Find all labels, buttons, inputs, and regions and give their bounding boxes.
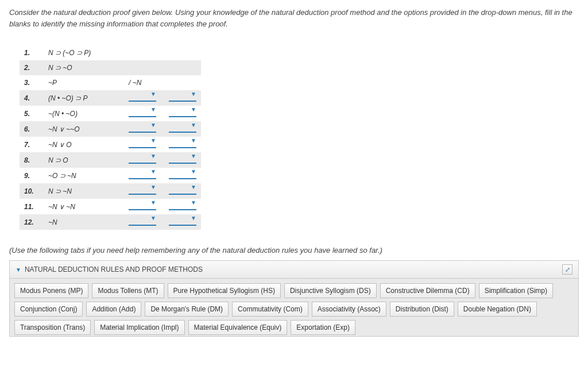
rule-tab[interactable]: Disjunctive Syllogism (DS) xyxy=(284,283,377,298)
proof-row: 1.N ⊃ (~O ⊃ P) xyxy=(20,45,201,60)
row-rule-cell xyxy=(164,60,201,75)
row-number: 7. xyxy=(20,137,44,152)
rule-tab[interactable]: Exportation (Exp) xyxy=(291,320,355,335)
row-rule-cell xyxy=(164,214,201,230)
row-number: 10. xyxy=(20,183,44,199)
row-formula: ~(N • ~O) xyxy=(44,106,124,121)
proof-row: 2.N ⊃ ~O xyxy=(20,60,201,75)
proof-row: 6.~N ∨ ~~O xyxy=(20,121,201,137)
row-formula: ~N ∨ ~~O xyxy=(44,121,124,137)
row-rule-cell xyxy=(164,106,201,121)
rule-tab[interactable]: Double Negation (DN) xyxy=(458,302,537,317)
justification-rule-dropdown[interactable] xyxy=(169,92,196,102)
rules-accordion: ▼ NATURAL DEDUCTION RULES AND PROOF METH… xyxy=(9,260,579,337)
rule-tab[interactable]: Constructive Dilemma (CD) xyxy=(380,283,475,298)
rules-body: Modus Ponens (MP)Modus Tollens (MT)Pure … xyxy=(10,279,578,336)
row-conclusion xyxy=(124,45,164,60)
justification-rule-dropdown[interactable] xyxy=(169,201,196,210)
hint-text: (Use the following tabs if you need help… xyxy=(9,246,579,255)
row-rule-cell xyxy=(164,45,201,60)
rule-tab[interactable]: Addition (Add) xyxy=(86,302,141,317)
justification-line-dropdown[interactable] xyxy=(129,201,156,210)
row-formula: (N • ~O) ⊃ P xyxy=(44,90,124,106)
justification-line-dropdown[interactable] xyxy=(129,124,156,133)
row-rule-cell xyxy=(164,75,201,90)
justification-line-dropdown[interactable] xyxy=(129,92,156,102)
row-number: 3. xyxy=(20,75,44,90)
row-conclusion xyxy=(124,183,164,199)
proof-row: 12.~N xyxy=(20,214,201,230)
justification-rule-dropdown[interactable] xyxy=(169,108,196,117)
rule-tab[interactable]: Simplification (Simp) xyxy=(479,283,553,298)
row-conclusion xyxy=(124,199,164,214)
rule-tab[interactable]: Material Equivalence (Equiv) xyxy=(188,320,288,335)
pin-button[interactable]: ⤢ xyxy=(562,264,572,275)
row-formula: N ⊃ ~N xyxy=(44,183,124,199)
justification-line-dropdown[interactable] xyxy=(129,186,156,195)
rule-tab[interactable]: Associativity (Assoc) xyxy=(312,302,386,317)
rule-tab[interactable]: De Morgan's Rule (DM) xyxy=(145,302,229,317)
proof-row: 10.N ⊃ ~N xyxy=(20,183,201,199)
row-number: 1. xyxy=(20,45,44,60)
rule-tab[interactable]: Modus Ponens (MP) xyxy=(14,283,88,298)
proof-row: 3.~P/ ~N xyxy=(20,75,201,90)
proof-row: 9.~O ⊃ ~N xyxy=(20,168,201,183)
row-conclusion xyxy=(124,60,164,75)
row-number: 11. xyxy=(20,199,44,214)
justification-line-dropdown[interactable] xyxy=(129,108,156,117)
rule-tab[interactable]: Pure Hypothetical Syllogism (HS) xyxy=(168,283,281,298)
rule-tab[interactable]: Commutativity (Com) xyxy=(232,302,308,317)
proof-table: 1.N ⊃ (~O ⊃ P)2.N ⊃ ~O3.~P/ ~N4.(N • ~O)… xyxy=(20,45,201,230)
proof-row: 7.~N ∨ O xyxy=(20,137,201,152)
accordion-header[interactable]: ▼ NATURAL DEDUCTION RULES AND PROOF METH… xyxy=(10,261,578,279)
rule-tab[interactable]: Conjunction (Conj) xyxy=(14,302,83,317)
row-formula: ~N ∨ ~N xyxy=(44,199,124,214)
proof-row: 5.~(N • ~O) xyxy=(20,106,201,121)
row-formula: N ⊃ (~O ⊃ P) xyxy=(44,45,124,60)
row-conclusion xyxy=(124,137,164,152)
justification-rule-dropdown[interactable] xyxy=(169,155,196,164)
chevron-down-icon: ▼ xyxy=(16,267,21,273)
row-formula: ~O ⊃ ~N xyxy=(44,168,124,183)
rule-tab[interactable]: Material Implication (Impl) xyxy=(94,320,184,335)
row-number: 6. xyxy=(20,121,44,137)
rule-tab[interactable]: Transposition (Trans) xyxy=(14,320,91,335)
row-conclusion xyxy=(124,121,164,137)
row-rule-cell xyxy=(164,137,201,152)
row-rule-cell xyxy=(164,152,201,168)
proof-row: 8.N ⊃ O xyxy=(20,152,201,168)
row-number: 4. xyxy=(20,90,44,106)
justification-rule-dropdown[interactable] xyxy=(169,170,196,179)
row-rule-cell xyxy=(164,121,201,137)
justification-rule-dropdown[interactable] xyxy=(169,124,196,133)
row-conclusion: / ~N xyxy=(124,75,164,90)
row-rule-cell xyxy=(164,168,201,183)
row-conclusion xyxy=(124,214,164,230)
justification-line-dropdown[interactable] xyxy=(129,139,156,148)
proof-row: 11.~N ∨ ~N xyxy=(20,199,201,214)
row-number: 5. xyxy=(20,106,44,121)
accordion-title: NATURAL DEDUCTION RULES AND PROOF METHOD… xyxy=(25,265,203,273)
justification-line-dropdown[interactable] xyxy=(129,217,156,226)
row-number: 12. xyxy=(20,214,44,230)
justification-rule-dropdown[interactable] xyxy=(169,139,196,148)
row-rule-cell xyxy=(164,90,201,106)
justification-line-dropdown[interactable] xyxy=(129,155,156,164)
row-number: 8. xyxy=(20,152,44,168)
pin-icon: ⤢ xyxy=(565,266,570,273)
rule-tab[interactable]: Modus Tollens (MT) xyxy=(92,283,164,298)
row-conclusion xyxy=(124,152,164,168)
rule-tab[interactable]: Distribution (Dist) xyxy=(390,302,454,317)
row-conclusion xyxy=(124,168,164,183)
proof-row: 4.(N • ~O) ⊃ P xyxy=(20,90,201,106)
justification-rule-dropdown[interactable] xyxy=(169,186,196,195)
row-formula: N ⊃ ~O xyxy=(44,60,124,75)
row-formula: ~N xyxy=(44,214,124,230)
row-formula: ~P xyxy=(44,75,124,90)
justification-line-dropdown[interactable] xyxy=(129,170,156,179)
row-conclusion xyxy=(124,106,164,121)
row-number: 9. xyxy=(20,168,44,183)
justification-rule-dropdown[interactable] xyxy=(169,217,196,226)
instructions-text: Consider the natural deduction proof giv… xyxy=(9,7,579,29)
row-formula: N ⊃ O xyxy=(44,152,124,168)
